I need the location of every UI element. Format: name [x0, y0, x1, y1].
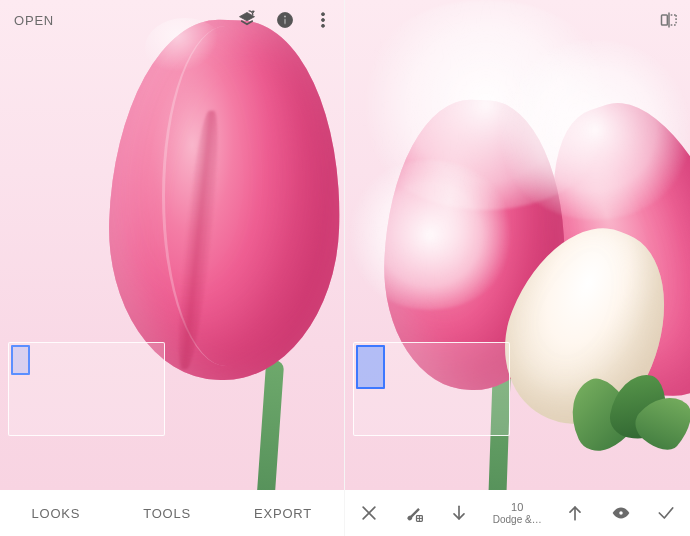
minimap[interactable] — [8, 342, 165, 436]
open-button[interactable]: OPEN — [14, 13, 54, 28]
info-icon[interactable] — [274, 9, 296, 31]
step-name: Dodge &… — [493, 514, 542, 525]
svg-point-5 — [321, 19, 324, 22]
layers-refresh-icon[interactable] — [236, 9, 258, 31]
arrow-down-icon[interactable] — [447, 501, 471, 525]
minimap-viewport[interactable] — [11, 345, 30, 375]
close-icon[interactable] — [357, 501, 381, 525]
edit-canvas[interactable] — [345, 0, 691, 490]
tab-export[interactable]: EXPORT — [254, 506, 312, 521]
eye-icon[interactable] — [609, 501, 633, 525]
step-indicator[interactable]: 10 Dodge &… — [493, 501, 542, 524]
photo-canvas[interactable] — [0, 0, 344, 490]
step-number: 10 — [511, 501, 523, 513]
edit-pane: 10 Dodge &… — [345, 0, 691, 536]
svg-point-19 — [618, 510, 623, 515]
viewer-topbar: OPEN — [0, 0, 344, 40]
svg-point-6 — [321, 24, 324, 27]
edit-toolbar: 10 Dodge &… — [345, 490, 691, 536]
more-vert-icon[interactable] — [312, 9, 334, 31]
brush-adjust-icon[interactable] — [402, 501, 426, 525]
edit-topbar — [345, 0, 691, 40]
svg-point-4 — [321, 13, 324, 16]
compare-icon[interactable] — [658, 9, 680, 31]
viewer-pane: OPEN LOOKS TOOLS EXPORT — [0, 0, 345, 536]
viewer-tabs: LOOKS TOOLS EXPORT — [0, 490, 344, 536]
svg-point-3 — [283, 16, 285, 18]
edit-minimap[interactable] — [353, 342, 510, 436]
tab-tools[interactable]: TOOLS — [143, 506, 191, 521]
arrow-up-icon[interactable] — [563, 501, 587, 525]
svg-rect-7 — [662, 15, 668, 25]
svg-rect-2 — [284, 19, 286, 24]
check-icon[interactable] — [654, 501, 678, 525]
tab-looks[interactable]: LOOKS — [31, 506, 80, 521]
edit-minimap-viewport[interactable] — [356, 345, 385, 389]
